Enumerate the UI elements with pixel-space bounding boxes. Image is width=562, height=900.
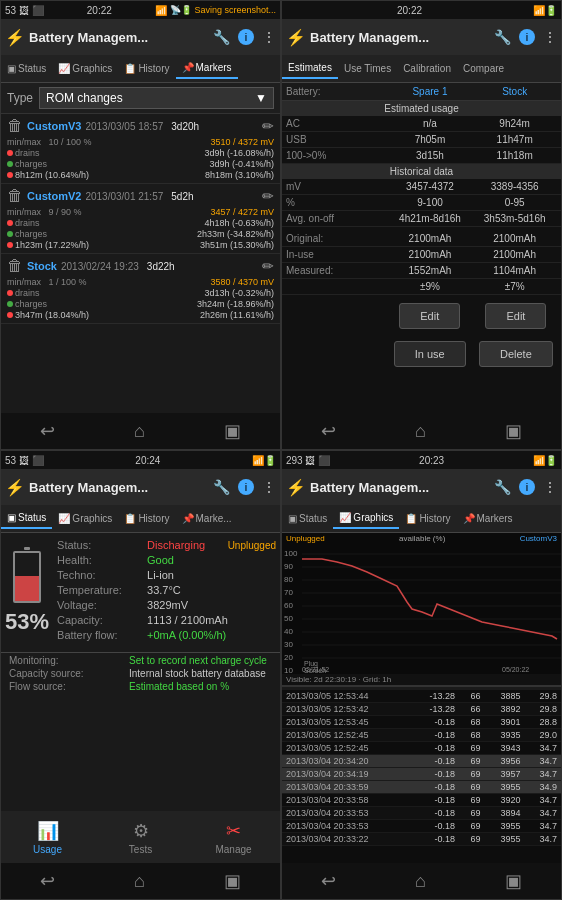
battery-col-label: Battery:	[286, 86, 388, 97]
row-measured: Measured: 1552mAh 1104mAh	[282, 263, 561, 279]
tab-graphics-bl[interactable]: 📈 Graphics	[52, 509, 118, 528]
top-right-panel: 20:22 📶🔋 ⚡ Battery Managem... 🔧 i ⋮ Esti…	[281, 0, 562, 450]
tab-calibration[interactable]: Calibration	[397, 59, 457, 78]
tests-icon: ⚙	[133, 820, 149, 842]
tab-tests[interactable]: ⚙ Tests	[94, 820, 187, 855]
back-button-br[interactable]: ↩	[321, 870, 336, 892]
tab-markers-br[interactable]: 📌 Markers	[457, 509, 519, 528]
home-button-br[interactable]: ⌂	[415, 871, 426, 892]
usage-icon: 📊	[37, 820, 59, 842]
recents-button-br[interactable]: ▣	[505, 870, 522, 892]
voltage-row: Voltage: 3829mV	[57, 599, 276, 611]
wrench-icon-tr[interactable]: 🔧	[494, 29, 511, 45]
tab-status-br[interactable]: ▣ Status	[282, 509, 333, 528]
edit-icon-3[interactable]: ✏	[262, 258, 274, 274]
trash-icon-3[interactable]: 🗑	[7, 257, 23, 275]
tab-status-bl[interactable]: ▣ Status	[1, 508, 52, 529]
table-row: 2013/03/04 20:33:22 -0.18 69 3955 34.7	[282, 833, 561, 846]
table-row: 2013/03/05 12:53:42 -13.28 66 3892 29.8	[282, 703, 561, 716]
app-title-top-right: Battery Managem...	[310, 30, 490, 45]
dropdown-arrow: ▼	[255, 91, 267, 105]
battery-chart: 100 90 80 70 60 50 40 30 20 10	[282, 544, 562, 674]
tab-compare[interactable]: Compare	[457, 59, 510, 78]
row-original: Original: 2100mAh 2100mAh	[282, 231, 561, 247]
home-button-tl[interactable]: ⌂	[134, 421, 145, 442]
svg-text:50: 50	[284, 614, 293, 623]
edit-stock-button[interactable]: Edit	[485, 303, 546, 329]
tab-manage[interactable]: ✂ Manage	[187, 820, 280, 855]
flow-source-row: Flow source: Estimated based on %	[1, 681, 280, 692]
type-dropdown[interactable]: ROM changes ▼	[39, 87, 274, 109]
edit-spare-button[interactable]: Edit	[399, 303, 460, 329]
in-use-button[interactable]: In use	[394, 341, 466, 367]
recents-button-tr[interactable]: ▣	[505, 420, 522, 442]
back-button-tr[interactable]: ↩	[321, 420, 336, 442]
type-label: Type	[7, 91, 33, 105]
wrench-icon-bl[interactable]: 🔧	[213, 479, 230, 495]
time-bottom-left: 20:24	[135, 455, 160, 466]
tab-graphics-br[interactable]: 📈 Graphics	[333, 508, 399, 529]
svg-text:30: 30	[284, 640, 293, 649]
row-ac: AC n/a 9h24m	[282, 116, 561, 132]
battery-body	[13, 551, 41, 603]
trash-icon-2[interactable]: 🗑	[7, 187, 23, 205]
info-icon-br[interactable]: i	[519, 479, 535, 495]
minmax-1: min/max 10 / 100 % 3510 / 4372 mV	[7, 137, 274, 147]
info-icon-bl[interactable]: i	[238, 479, 254, 495]
overflow-icon-bl[interactable]: ⋮	[262, 479, 276, 495]
profile-stats-2: drains 4h18h (-0.63%/h) charges 2h33m (-…	[7, 218, 274, 250]
delete-button[interactable]: Delete	[479, 341, 553, 367]
back-button-bl[interactable]: ↩	[40, 870, 55, 892]
tab-graphics-tl[interactable]: 📈 Graphics	[52, 59, 118, 78]
info-icon-tr[interactable]: i	[519, 29, 535, 45]
back-button-tl[interactable]: ↩	[40, 420, 55, 442]
tab-history-tl[interactable]: 📋 History	[118, 59, 175, 78]
tab-use-times[interactable]: Use Times	[338, 59, 397, 78]
tab-status-tl[interactable]: ▣ Status	[1, 59, 52, 78]
unplugged-label-chart: Unplugged	[286, 534, 325, 543]
tab-markers-tl[interactable]: 📌 Markers	[176, 58, 238, 79]
tab-history-bl[interactable]: 📋 History	[118, 509, 175, 528]
tab-estimates[interactable]: Estimates	[282, 58, 338, 79]
profile-name-3: Stock	[27, 260, 57, 272]
historical-data-header: Historical data	[282, 164, 561, 179]
unplugged-label: Unplugged	[228, 540, 276, 551]
profile-stats-3: drains 3d13h (-0.32%/h) charges 3h24m (-…	[7, 288, 274, 320]
profile-duration-3: 3d22h	[147, 261, 175, 272]
health-row: Health: Good	[57, 554, 276, 566]
overflow-icon-br[interactable]: ⋮	[543, 479, 557, 495]
home-button-bl[interactable]: ⌂	[134, 871, 145, 892]
capacity-value: 1113 / 2100mAh	[147, 614, 228, 626]
type-row: Type ROM changes ▼	[1, 83, 280, 114]
tab-history-br[interactable]: 📋 History	[399, 509, 456, 528]
recents-button-tl[interactable]: ▣	[224, 420, 241, 442]
tab-bar-bottom-left: ▣ Status 📈 Graphics 📋 History 📌 Marke...	[1, 505, 280, 533]
row-avg-onoff: Avg. on-off 4h21m-8d16h 3h53m-5d16h	[282, 211, 561, 227]
status-bar-bottom-left: 53 🖼 ⬛ 20:24 📶🔋	[1, 451, 280, 469]
profile-date-3: 2013/02/24 19:23	[61, 261, 139, 272]
svg-text:02/21:52: 02/21:52	[302, 666, 329, 673]
data-table-container[interactable]: 2013/03/05 12:53:44 -13.28 66 3885 29.8 …	[282, 687, 561, 846]
wrench-icon-br[interactable]: 🔧	[494, 479, 511, 495]
profile-stats-1: drains 3d9h (-16.08%/h) charges 3d9h (-0…	[7, 148, 274, 180]
app-title-bottom-left: Battery Managem...	[29, 480, 209, 495]
recents-button-bl[interactable]: ▣	[224, 870, 241, 892]
tab-markers-bl[interactable]: 📌 Marke...	[176, 509, 238, 528]
trash-icon-1[interactable]: 🗑	[7, 117, 23, 135]
edit-icon-1[interactable]: ✏	[262, 118, 274, 134]
voltage-value: 3829mV	[147, 599, 188, 611]
tab-usage[interactable]: 📊 Usage	[1, 820, 94, 855]
overflow-icon[interactable]: ⋮	[262, 29, 276, 45]
table-row: 2013/03/05 12:52:45 -0.18 68 3935 29.0	[282, 729, 561, 742]
bottom-left-panel: 53 🖼 ⬛ 20:24 📶🔋 ⚡ Battery Managem... 🔧 i…	[0, 450, 281, 900]
app-title-top-left: Battery Managem...	[29, 30, 209, 45]
columns-header: Battery: Spare 1 Stock	[282, 83, 561, 101]
info-icon[interactable]: i	[238, 29, 254, 45]
home-button-tr[interactable]: ⌂	[415, 421, 426, 442]
manage-icon: ✂	[226, 820, 241, 842]
wrench-icon[interactable]: 🔧	[213, 29, 230, 45]
overflow-icon-tr[interactable]: ⋮	[543, 29, 557, 45]
table-row: 2013/03/05 12:53:45 -0.18 68 3901 28.8	[282, 716, 561, 729]
tab-bar-bottom-right: ▣ Status 📈 Graphics 📋 History 📌 Markers	[282, 505, 561, 533]
edit-icon-2[interactable]: ✏	[262, 188, 274, 204]
